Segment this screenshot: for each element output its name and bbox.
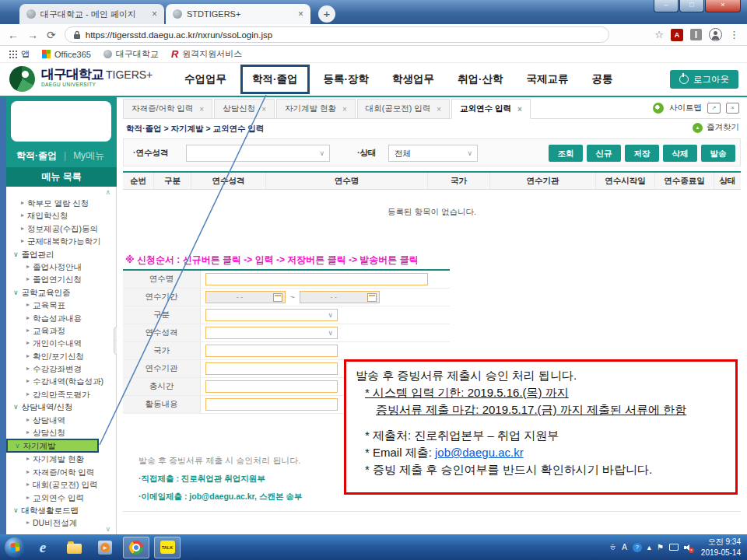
logo-text[interactable]: 대구대학교TIGERS+ DAEGU UNIVERSITY [41, 68, 153, 88]
search-button[interactable]: 조회 [549, 145, 583, 162]
sidebar-item[interactable]: ▸DU비전설계 [6, 516, 116, 529]
sidebar-item[interactable]: ▸강의만족도평가 [6, 388, 116, 401]
back-icon[interactable]: ← [8, 30, 19, 40]
bookmark-office365[interactable]: Office365 [42, 50, 91, 59]
sidebar-group-self-development-highlighted[interactable]: ∨자기계발 [6, 439, 99, 453]
sidebar-item[interactable]: ▸상담신청 [6, 426, 116, 439]
sidebar-item[interactable]: ▸교육과정 [6, 324, 116, 337]
sidebar-item[interactable]: ▸대회(공모전) 입력 [6, 478, 116, 491]
calendar-icon[interactable] [367, 293, 377, 302]
worktab-contest-entry[interactable]: 대회(공모전) 입력× [357, 99, 450, 119]
bookmark-star-icon[interactable]: ☆ [654, 29, 664, 40]
close-icon[interactable]: × [437, 105, 441, 114]
status-select[interactable]: 전체∨ [388, 145, 478, 162]
training-type-form-select[interactable]: ∨ [205, 327, 338, 339]
nav-registration-scholarship[interactable]: 등록·장학 [312, 65, 381, 94]
university-logo[interactable] [9, 66, 35, 92]
sidebar-item[interactable]: ▸정보제공(수집)동의 [6, 222, 116, 235]
close-window-button[interactable]: × [705, 0, 741, 12]
sidebar-item[interactable]: ▸확인/포기신청 [6, 350, 116, 362]
worktab-counseling[interactable]: 상담신청× [214, 99, 275, 119]
address-bar[interactable]: https://tigersstd.daegu.ac.kr/nxrun/ssoL… [65, 26, 609, 43]
sidebar-item[interactable]: ▸수강내역(학습성과) [6, 375, 116, 387]
end-date-input[interactable]: - - [300, 291, 380, 303]
nav-employment[interactable]: 취업·산학 [446, 65, 515, 94]
adobe-extension-icon[interactable] [671, 29, 683, 41]
nav-records-graduation[interactable]: 학적·졸업 [240, 65, 310, 94]
logout-button[interactable]: 로그아웃 [670, 70, 738, 89]
training-name-input[interactable] [205, 273, 428, 285]
institution-input[interactable] [205, 362, 338, 375]
sidebar-item[interactable]: ▸학부모 열람 신청 [6, 197, 116, 209]
nav-common[interactable]: 공통 [580, 65, 625, 94]
new-button[interactable]: 신규 [587, 145, 621, 162]
email-link[interactable]: job@daegu.ac.kr [435, 446, 524, 459]
tab-close-icon[interactable]: × [152, 9, 157, 19]
collapse-up-icon[interactable]: ∧ [105, 188, 110, 196]
ime-lang-indicator[interactable]: A [622, 543, 627, 551]
help-icon[interactable]: ? [633, 543, 642, 552]
sidebar-item[interactable]: ▸졸업연기신청 [6, 273, 116, 285]
profile-avatar-icon[interactable] [709, 28, 722, 41]
close-icon[interactable]: × [199, 105, 204, 114]
scroll-down-icon[interactable]: ∨ [105, 525, 110, 533]
forward-icon[interactable]: → [27, 30, 38, 40]
sidebar-group[interactable]: ∨상담내역/신청 [6, 401, 116, 413]
new-tab-button[interactable]: + [318, 5, 335, 23]
sidebar-item[interactable]: ▸자기계발 현황 [6, 453, 116, 465]
taskbar-ie[interactable]: e [30, 537, 56, 558]
country-input[interactable] [205, 345, 338, 357]
sidebar-group[interactable]: ∨대학생활로드맵 [6, 504, 116, 516]
worktab-external-training-active[interactable]: 교외연수 입력× [451, 99, 531, 119]
sidebar-item[interactable]: ▸수강강좌변경 [6, 362, 116, 375]
sidebar-tab-mymenu[interactable]: My메뉴 [73, 149, 104, 163]
start-date-input[interactable]: - - [205, 291, 286, 303]
start-button[interactable] [5, 537, 25, 558]
bookmark-apps[interactable]: 앱 [9, 48, 30, 60]
maximize-button[interactable]: □ [679, 0, 704, 12]
sidebar-item[interactable]: ▸개인이수내역 [6, 337, 116, 349]
save-button[interactable]: 저장 [625, 145, 659, 162]
favorites-area[interactable]: ▲ 즐겨찾기 [693, 122, 739, 133]
tray-expand-icon[interactable]: ▴ [647, 543, 651, 551]
network-display-icon[interactable] [669, 544, 679, 551]
action-center-flag-icon[interactable]: ⚑ [657, 543, 664, 551]
nav-classes[interactable]: 수업업무 [173, 65, 238, 94]
browser-menu-icon[interactable]: ⋮ [729, 29, 739, 40]
sidebar-group[interactable]: ∨졸업관리 [6, 248, 116, 261]
calendar-icon[interactable] [273, 293, 282, 302]
sidebar-item[interactable]: ▸자격증/어학 입력 [6, 466, 116, 478]
nav-student-affairs[interactable]: 학생업무 [381, 65, 446, 94]
taskbar-kakaotalk[interactable]: TALK [154, 537, 181, 558]
bookmark-remote-support[interactable]: R 원격지원서비스 [171, 48, 242, 60]
close-icon[interactable]: × [261, 105, 266, 114]
minimize-button[interactable]: – [654, 0, 679, 12]
total-hours-input[interactable] [205, 380, 338, 393]
sidebar-item[interactable]: ▸상담내역 [6, 414, 116, 426]
sitemap-link[interactable]: 사이트맵 [669, 103, 702, 114]
browser-tab-2[interactable]: STDTIGERS+ × [166, 4, 310, 24]
sidebar-group[interactable]: ∨공학교육인증 [6, 286, 116, 299]
extension-icon[interactable] [690, 29, 702, 40]
taskbar-media-player[interactable] [92, 537, 118, 558]
delete-button[interactable]: 삭제 [663, 145, 697, 162]
close-all-windows-icon[interactable]: × [726, 103, 739, 114]
browser-tab-1[interactable]: 대구대학교 - 메인 페이지 × [19, 4, 164, 24]
close-icon[interactable]: × [517, 105, 522, 114]
sidebar-tab-records[interactable]: 학적·졸업 [16, 149, 57, 163]
worktab-self-dev-status[interactable]: 자기계발 현황× [276, 99, 356, 119]
send-button[interactable]: 발송 [701, 145, 735, 162]
taskbar-explorer[interactable] [61, 537, 87, 558]
tab-close-icon[interactable]: × [298, 9, 303, 19]
training-type-select[interactable]: ∨ [186, 145, 330, 162]
sidebar-item[interactable]: ▸군제대복학가능학기 [6, 235, 116, 247]
reload-icon[interactable]: ⟳ [47, 30, 56, 40]
ime-korean-indicator[interactable]: ㅎ [608, 542, 616, 553]
activity-input[interactable] [205, 398, 338, 411]
sidebar-item[interactable]: ▸교육목표 [6, 299, 116, 311]
nav-international[interactable]: 국제교류 [515, 65, 580, 94]
bookmark-daegu-univ[interactable]: 대구대학교 [103, 48, 159, 60]
category-select[interactable]: ∨ [205, 309, 338, 321]
taskbar-chrome-active[interactable] [123, 537, 149, 558]
sidebar-item[interactable]: ▸졸업사정안내 [6, 261, 116, 273]
